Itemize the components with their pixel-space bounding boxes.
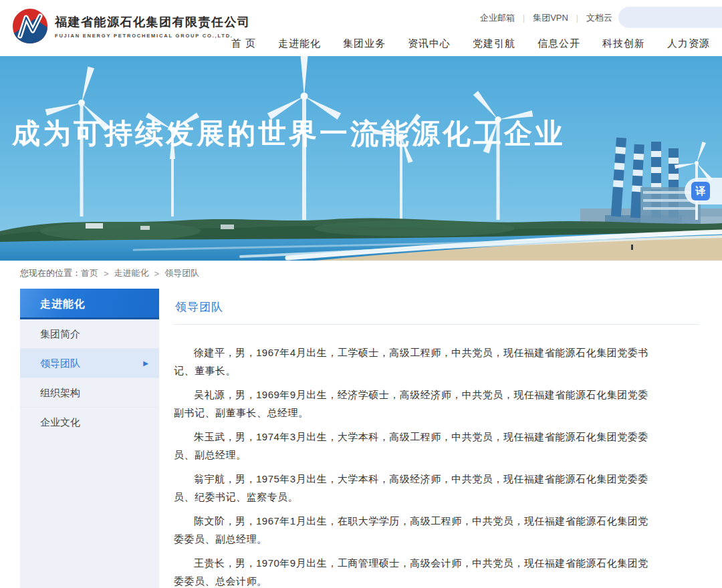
breadcrumb-home[interactable]: 首页 bbox=[81, 267, 98, 279]
leader-bio: 吴礼源，男，1969年9月出生，经济学硕士，高级经济师，中共党员，现任福建省能源… bbox=[174, 386, 656, 422]
page-title: 领导团队 bbox=[174, 289, 699, 325]
sidebar-item-label: 企业文化 bbox=[40, 416, 80, 428]
company-name-cn: 福建省能源石化集团有限责任公司 bbox=[55, 14, 251, 30]
translate-icon: 译 bbox=[691, 182, 710, 200]
content-area: 走进能化 集团简介 领导团队 ▶ 组织架构 企业文化 领导团队 徐建平，男，19… bbox=[0, 286, 722, 588]
breadcrumb-prefix: 您现在的位置： bbox=[20, 267, 81, 279]
sidebar-item-culture[interactable]: 企业文化 bbox=[20, 408, 159, 437]
nav-item-hr[interactable]: 人力资源 bbox=[667, 37, 710, 50]
breadcrumb-separator: > bbox=[154, 269, 160, 279]
sidebar-item-label: 组织架构 bbox=[40, 387, 80, 398]
breadcrumb: 您现在的位置： 首页 > 走进能化 > 领导团队 bbox=[0, 261, 722, 286]
breadcrumb-section[interactable]: 走进能化 bbox=[114, 267, 149, 279]
company-logo-icon bbox=[12, 8, 48, 44]
leadership-list: 徐建平，男，1967年4月出生，工学硕士，高级工程师，中共党员，现任福建省能源石… bbox=[174, 343, 656, 588]
nav-item-disclosure[interactable]: 信息公开 bbox=[537, 37, 580, 50]
breadcrumb-current: 领导团队 bbox=[164, 267, 199, 279]
utility-separator: | bbox=[576, 13, 578, 23]
active-arrow-icon: ▶ bbox=[143, 349, 148, 378]
site-header: 福建省能源石化集团有限责任公司 FUJIAN ENERGY PETROCHEMI… bbox=[0, 0, 722, 56]
main-nav: 首 页 走进能化 集团业务 资讯中心 党建引航 信息公开 科技创新 人力资源 bbox=[209, 37, 710, 50]
leader-bio: 朱玉武，男，1974年3月出生，大学本科，高级工程师，中共党员，现任福建省能源石… bbox=[174, 428, 656, 464]
nav-item-home[interactable]: 首 页 bbox=[231, 37, 256, 50]
leader-bio: 王贵长，男，1970年9月出生，工商管理硕士，高级会计师，中共党员，现任福建省能… bbox=[174, 554, 656, 588]
utility-separator: | bbox=[523, 13, 525, 23]
breadcrumb-separator: > bbox=[104, 269, 109, 279]
leader-bio: 翁宇航，男，1975年3月出生，大学本科，高级经济师，中共党员，现任福建省能源石… bbox=[174, 470, 656, 506]
nav-item-tech[interactable]: 科技创新 bbox=[602, 37, 645, 50]
leader-bio: 徐建平，男，1967年4月出生，工学硕士，高级工程师，中共党员，现任福建省能源石… bbox=[174, 343, 656, 380]
main-panel: 领导团队 徐建平，男，1967年4月出生，工学硕士，高级工程师，中共党员，现任福… bbox=[159, 289, 699, 588]
nav-item-news[interactable]: 资讯中心 bbox=[408, 37, 451, 50]
nav-item-about[interactable]: 走进能化 bbox=[278, 37, 321, 50]
company-name-block: 福建省能源石化集团有限责任公司 FUJIAN ENERGY PETROCHEMI… bbox=[55, 14, 251, 39]
sidebar: 走进能化 集团简介 领导团队 ▶ 组织架构 企业文化 bbox=[20, 289, 159, 588]
utility-links: 企业邮箱 | 集团VPN | 文档云 bbox=[480, 12, 612, 24]
nav-item-business[interactable]: 集团业务 bbox=[343, 37, 386, 50]
hero-banner-image bbox=[0, 56, 722, 261]
search-input[interactable] bbox=[618, 7, 722, 28]
utility-link-docs[interactable]: 文档云 bbox=[586, 12, 612, 24]
sidebar-item-org-structure[interactable]: 组织架构 bbox=[20, 378, 159, 408]
sidebar-item-label: 领导团队 bbox=[40, 357, 80, 369]
sidebar-title: 走进能化 bbox=[20, 289, 159, 319]
utility-link-mail[interactable]: 企业邮箱 bbox=[480, 12, 515, 24]
sidebar-item-leadership[interactable]: 领导团队 ▶ bbox=[20, 349, 159, 378]
utility-link-vpn[interactable]: 集团VPN bbox=[533, 12, 568, 24]
sidebar-item-group-intro[interactable]: 集团简介 bbox=[20, 319, 159, 349]
nav-item-party[interactable]: 党建引航 bbox=[473, 37, 515, 50]
translate-button[interactable]: 译 bbox=[685, 178, 722, 204]
sidebar-item-label: 集团简介 bbox=[40, 328, 80, 339]
leader-bio: 陈文阶，男，1967年1月出生，在职大学学历，高级工程师，中共党员，现任福建省能… bbox=[174, 512, 656, 548]
banner-headline: 成为可持续发展的世界一流能源化工企业 bbox=[12, 115, 566, 152]
hero-banner: 成为可持续发展的世界一流能源化工企业 译 bbox=[0, 56, 722, 261]
